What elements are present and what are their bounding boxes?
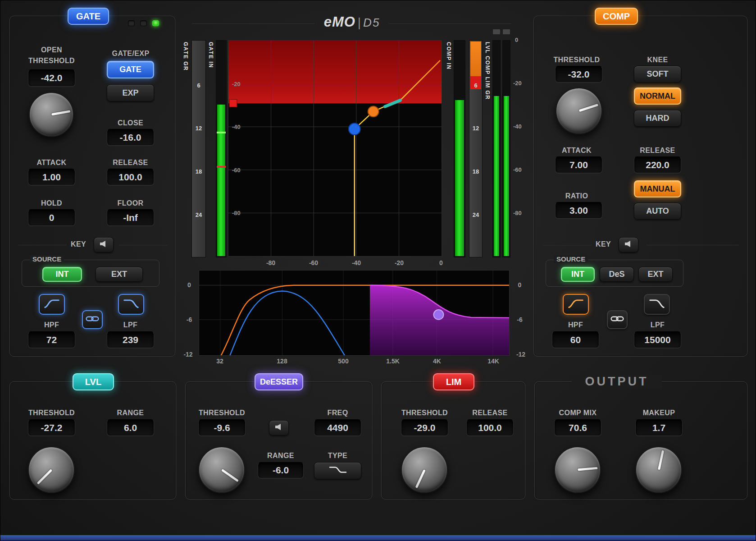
comp-attack-value[interactable]: 7.00 bbox=[555, 156, 602, 173]
output-comp-mix-knob[interactable] bbox=[554, 446, 601, 493]
gr-scale-tick: 6 bbox=[192, 82, 205, 88]
comp-threshold-handle[interactable] bbox=[368, 106, 379, 117]
eq-freq-tick: 4K bbox=[426, 358, 448, 365]
lvl-threshold-knob[interactable] bbox=[28, 446, 75, 493]
gate-key-filter-link-button[interactable] bbox=[82, 310, 103, 329]
lvl-threshold-value[interactable]: -27.2 bbox=[28, 419, 75, 436]
deesser-type-button[interactable] bbox=[314, 462, 361, 479]
db-scale-tick: -60 bbox=[513, 166, 522, 173]
transfer-curve-display[interactable]: -20 -40 -60 -80 bbox=[228, 40, 442, 257]
knob-pointer bbox=[578, 467, 597, 471]
comp-key-line-right bbox=[647, 244, 739, 245]
comp-knee-hard-button[interactable]: HARD bbox=[634, 110, 681, 127]
gr-scale-tick: 18 bbox=[192, 168, 205, 174]
deesser-threshold-knob[interactable] bbox=[198, 446, 245, 493]
deesser-freq-label: FREQ bbox=[314, 409, 361, 417]
output-makeup-knob[interactable] bbox=[635, 446, 682, 493]
gate-open-threshold-marker bbox=[217, 132, 226, 133]
link-icon bbox=[610, 315, 624, 324]
comp-ratio-value[interactable]: 3.00 bbox=[555, 202, 602, 219]
comp-threshold-knob[interactable] bbox=[556, 87, 602, 134]
comp-lpf-value[interactable]: 15000 bbox=[634, 331, 681, 348]
limit-threshold-handle[interactable] bbox=[229, 99, 237, 107]
deesser-freq-handle[interactable] bbox=[433, 310, 443, 320]
gate-in-meter-fill bbox=[217, 105, 225, 256]
comp-key-hpf-button[interactable] bbox=[563, 294, 589, 315]
lvl-range-label: RANGE bbox=[107, 409, 154, 417]
gate-source-label: SOURCE bbox=[30, 255, 64, 263]
gate-key-listen-button[interactable] bbox=[94, 237, 114, 252]
comp-section-button[interactable]: COMP bbox=[595, 8, 638, 25]
gate-lpf-label: LPF bbox=[107, 321, 154, 329]
gate-key-line-left bbox=[18, 244, 67, 245]
lim-threshold-value[interactable]: -29.0 bbox=[401, 419, 448, 436]
gate-attack-value[interactable]: 1.00 bbox=[28, 169, 75, 185]
transfer-y-tick: -60 bbox=[232, 167, 241, 174]
comp-key-listen-button[interactable] bbox=[619, 237, 638, 252]
deesser-range-label: RANGE bbox=[258, 452, 304, 460]
deesser-section-button[interactable]: DeESSER bbox=[255, 373, 303, 390]
knob-pointer bbox=[658, 450, 664, 470]
eq-freq-tick: 32 bbox=[209, 358, 231, 365]
gate-lpf-value[interactable]: 239 bbox=[107, 331, 154, 348]
comp-source-int-button[interactable]: INT bbox=[561, 267, 595, 282]
lim-threshold-knob[interactable] bbox=[401, 446, 448, 493]
output-makeup-value[interactable]: 1.7 bbox=[635, 419, 683, 436]
comp-release-value[interactable]: 220.0 bbox=[634, 156, 681, 173]
output-makeup-label: MAKEUP bbox=[635, 409, 683, 417]
lim-release-value[interactable]: 100.0 bbox=[466, 419, 514, 436]
comp-release-auto-button[interactable]: AUTO bbox=[634, 203, 681, 220]
comp-threshold-label: THRESHOLD bbox=[552, 56, 601, 64]
gate-open-threshold-knob[interactable] bbox=[29, 92, 74, 137]
comp-release-manual-button[interactable]: MANUAL bbox=[634, 180, 681, 197]
eq-display[interactable] bbox=[199, 270, 510, 356]
logo-emo-text: eMO bbox=[324, 14, 355, 30]
comp-knee-normal-button[interactable]: NORMAL bbox=[634, 87, 681, 105]
deesser-threshold-value[interactable]: -9.6 bbox=[198, 419, 246, 436]
gate-floor-value[interactable]: -Inf bbox=[107, 209, 154, 226]
gate-open-threshold-label: OPEN bbox=[23, 46, 80, 54]
deesser-range-value[interactable]: -6.0 bbox=[258, 462, 304, 478]
comp-source-des-button[interactable]: DeS bbox=[600, 267, 634, 282]
hpf-icon bbox=[43, 298, 60, 311]
output-comp-mix-value[interactable]: 70.6 bbox=[554, 419, 601, 436]
knob-pointer bbox=[578, 104, 598, 112]
eq-db-tick: 0 bbox=[512, 281, 527, 289]
gate-source-ext-button[interactable]: EXT bbox=[96, 267, 143, 282]
gate-section-button[interactable]: GATE bbox=[68, 8, 109, 25]
comp-source-ext-button[interactable]: EXT bbox=[638, 267, 673, 282]
lim-section-button[interactable]: LIM bbox=[433, 373, 474, 390]
gate-open-threshold-value[interactable]: -42.0 bbox=[28, 69, 75, 87]
eq-freq-tick: 14K bbox=[482, 358, 505, 365]
comp-in-meter-label: COMP IN bbox=[446, 42, 452, 70]
gate-release-value[interactable]: 100.0 bbox=[107, 169, 154, 185]
gate-mode-exp-button[interactable]: EXP bbox=[107, 84, 154, 101]
comp-key-lpf-button[interactable] bbox=[644, 294, 670, 315]
gate-close-value[interactable]: -16.0 bbox=[107, 129, 154, 146]
comp-hpf-value[interactable]: 60 bbox=[552, 331, 599, 348]
gate-threshold-handle[interactable] bbox=[349, 123, 360, 135]
comp-knee-soft-button[interactable]: SOFT bbox=[634, 66, 681, 83]
gate-hold-value[interactable]: 0 bbox=[28, 209, 75, 226]
deesser-type-label: TYPE bbox=[314, 452, 361, 460]
lvl-section-button[interactable]: LVL bbox=[73, 373, 114, 390]
speaker-icon bbox=[274, 423, 283, 433]
gate-key-label: KEY bbox=[68, 240, 89, 248]
shelf-filter-icon bbox=[327, 465, 349, 477]
gate-key-lpf-button[interactable] bbox=[118, 294, 144, 315]
logo-separator: | bbox=[358, 15, 361, 30]
deesser-freq-value[interactable]: 4490 bbox=[314, 419, 361, 436]
comp-key-filter-link-button[interactable] bbox=[607, 310, 628, 329]
gate-release-label: RELEASE bbox=[107, 159, 154, 167]
comp-gr-fill bbox=[470, 41, 481, 76]
gate-source-int-button[interactable]: INT bbox=[42, 267, 82, 282]
gate-mode-gate-button[interactable]: GATE bbox=[107, 61, 154, 78]
comp-threshold-value[interactable]: -32.0 bbox=[555, 66, 602, 83]
lvl-range-value[interactable]: 6.0 bbox=[107, 419, 154, 436]
deesser-listen-button[interactable] bbox=[269, 420, 289, 436]
eq-db-tick: 0 bbox=[183, 281, 196, 289]
output-meter-left bbox=[492, 40, 501, 257]
gate-hpf-value[interactable]: 72 bbox=[28, 331, 75, 348]
eq-freq-tick: 500 bbox=[332, 358, 355, 365]
gate-key-hpf-button[interactable] bbox=[39, 294, 65, 315]
